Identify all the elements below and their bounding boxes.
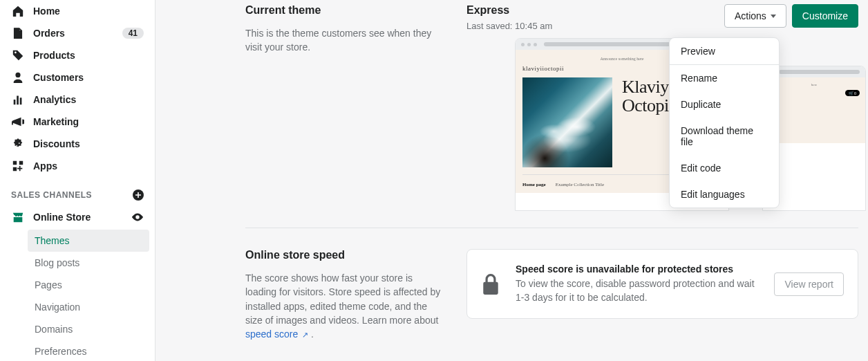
subnav-blog-label: Blog posts bbox=[35, 257, 79, 268]
dropdown-rename[interactable]: Rename bbox=[670, 65, 779, 91]
section-divider bbox=[245, 228, 858, 228]
nav-home[interactable]: Home bbox=[6, 0, 149, 22]
nav-apps-label: Apps bbox=[33, 160, 144, 172]
preview-nav-collection: Example Collection Title bbox=[556, 182, 604, 187]
home-icon bbox=[11, 4, 25, 18]
lock-icon bbox=[481, 274, 500, 295]
subnav-pages[interactable]: Pages bbox=[28, 274, 149, 296]
dropdown-edit-languages-label: Edit languages bbox=[681, 189, 745, 200]
dropdown-duplicate-label: Duplicate bbox=[681, 99, 721, 110]
preview-title-2: Octopi bbox=[622, 96, 669, 115]
speed-card: Speed score is unavailable for protected… bbox=[466, 249, 858, 319]
theme-name: Express bbox=[466, 4, 552, 17]
dropdown-edit-code-label: Edit code bbox=[681, 163, 721, 174]
mobile-title-2: i bbox=[768, 120, 860, 140]
dropdown-edit-code[interactable]: Edit code bbox=[670, 155, 779, 181]
preview-hero-image bbox=[522, 77, 612, 167]
view-report-button[interactable]: View report bbox=[774, 272, 844, 296]
nav-online-store-label: Online Store bbox=[33, 212, 123, 223]
view-report-label: View report bbox=[784, 279, 833, 290]
mobile-announce: here bbox=[768, 82, 860, 88]
orders-badge: 41 bbox=[122, 28, 144, 39]
subnav-navigation[interactable]: Navigation bbox=[28, 296, 149, 318]
nav-discounts[interactable]: Discounts bbox=[6, 133, 149, 155]
sales-channels-header: SALES CHANNELS bbox=[6, 177, 149, 206]
view-store-icon[interactable] bbox=[131, 211, 144, 223]
megaphone-icon bbox=[11, 115, 25, 129]
nav-orders[interactable]: Orders 41 bbox=[6, 22, 149, 44]
nav-marketing[interactable]: Marketing bbox=[6, 111, 149, 133]
customize-button-label: Customize bbox=[802, 10, 848, 21]
dropdown-rename-label: Rename bbox=[681, 73, 717, 84]
subnav-blog[interactable]: Blog posts bbox=[28, 252, 149, 274]
subnav-themes[interactable]: Themes bbox=[28, 230, 149, 252]
nav-apps[interactable]: Apps bbox=[6, 155, 149, 177]
current-theme-title: Current theme bbox=[245, 4, 446, 17]
nav-orders-label: Orders bbox=[33, 28, 114, 39]
subnav-domains[interactable]: Domains bbox=[28, 318, 149, 340]
speed-desc: The score shows how fast your store is l… bbox=[245, 271, 446, 341]
discount-icon bbox=[11, 137, 25, 151]
dropdown-preview-label: Preview bbox=[681, 46, 715, 57]
customize-button[interactable]: Customize bbox=[792, 4, 858, 28]
nav-analytics-label: Analytics bbox=[33, 94, 144, 105]
current-theme-section: Current theme This is the theme customer… bbox=[245, 0, 868, 211]
main-content: Current theme This is the theme customer… bbox=[155, 0, 868, 361]
chevron-down-icon bbox=[771, 15, 776, 18]
online-store-subnav: Themes Blog posts Pages Navigation Domai… bbox=[6, 230, 149, 361]
nav-customers-label: Customers bbox=[33, 72, 144, 83]
nav-customers[interactable]: Customers bbox=[6, 66, 149, 89]
subnav-preferences-label: Preferences bbox=[35, 346, 86, 357]
nav-marketing-label: Marketing bbox=[33, 116, 144, 127]
nav-home-label: Home bbox=[33, 6, 144, 17]
person-icon bbox=[11, 71, 25, 84]
apps-icon bbox=[11, 159, 25, 173]
dropdown-download[interactable]: Download theme file bbox=[670, 118, 779, 155]
theme-last-saved: Last saved: 10:45 am bbox=[466, 21, 552, 31]
speed-section: Online store speed The score shows how f… bbox=[245, 245, 868, 341]
subnav-preferences[interactable]: Preferences bbox=[28, 340, 149, 361]
theme-preview: Announce something here klaviyiioctopii … bbox=[466, 38, 868, 211]
speed-score-link-label: speed score bbox=[245, 328, 298, 340]
sales-channels-label: SALES CHANNELS bbox=[11, 190, 92, 200]
nav-online-store[interactable]: Online Store bbox=[6, 206, 149, 228]
nav-products-label: Products bbox=[33, 50, 144, 61]
dropdown-download-label: Download theme file bbox=[681, 125, 753, 147]
nav-products[interactable]: Products bbox=[6, 44, 149, 66]
sidebar: Home Orders 41 Products Customers Analyt… bbox=[0, 0, 155, 361]
subnav-domains-label: Domains bbox=[35, 324, 73, 335]
dropdown-preview[interactable]: Preview bbox=[670, 38, 779, 64]
bars-icon bbox=[11, 93, 25, 107]
actions-dropdown: Preview Rename Duplicate Download theme … bbox=[669, 37, 780, 208]
nav-discounts-label: Discounts bbox=[33, 138, 144, 149]
add-channel-button[interactable] bbox=[133, 189, 144, 201]
current-theme-desc: This is the theme customers see when the… bbox=[245, 26, 446, 55]
subnav-navigation-label: Navigation bbox=[35, 302, 80, 313]
theme-header: Express Last saved: 10:45 am Actions Cus… bbox=[466, 4, 868, 31]
subnav-pages-label: Pages bbox=[35, 279, 62, 290]
cart-pill: 🛒 0 bbox=[845, 90, 860, 96]
preview-title-1: Klaviy bbox=[622, 77, 669, 96]
subnav-themes-label: Themes bbox=[35, 235, 70, 246]
speed-title: Online store speed bbox=[245, 249, 446, 261]
speed-card-title: Speed score is unavailable for protected… bbox=[516, 263, 759, 275]
storefront-icon bbox=[11, 210, 25, 224]
speed-desc-end: . bbox=[311, 328, 314, 340]
speed-score-link[interactable]: speed score bbox=[245, 328, 298, 340]
dropdown-duplicate[interactable]: Duplicate bbox=[670, 91, 779, 118]
nav-analytics[interactable]: Analytics bbox=[6, 89, 149, 111]
orders-icon bbox=[11, 26, 25, 40]
actions-button-label: Actions bbox=[735, 10, 766, 21]
speed-card-text: To view the score, disable password prot… bbox=[516, 277, 759, 304]
actions-button[interactable]: Actions bbox=[724, 4, 786, 28]
speed-desc-text: The score shows how fast your store is l… bbox=[245, 272, 440, 326]
preview-nav-home: Home page bbox=[522, 182, 546, 187]
tag-icon bbox=[11, 48, 25, 62]
dropdown-edit-languages[interactable]: Edit languages bbox=[670, 181, 779, 207]
external-icon: ↗ bbox=[302, 331, 308, 339]
mobile-title-1: i- bbox=[768, 101, 860, 120]
